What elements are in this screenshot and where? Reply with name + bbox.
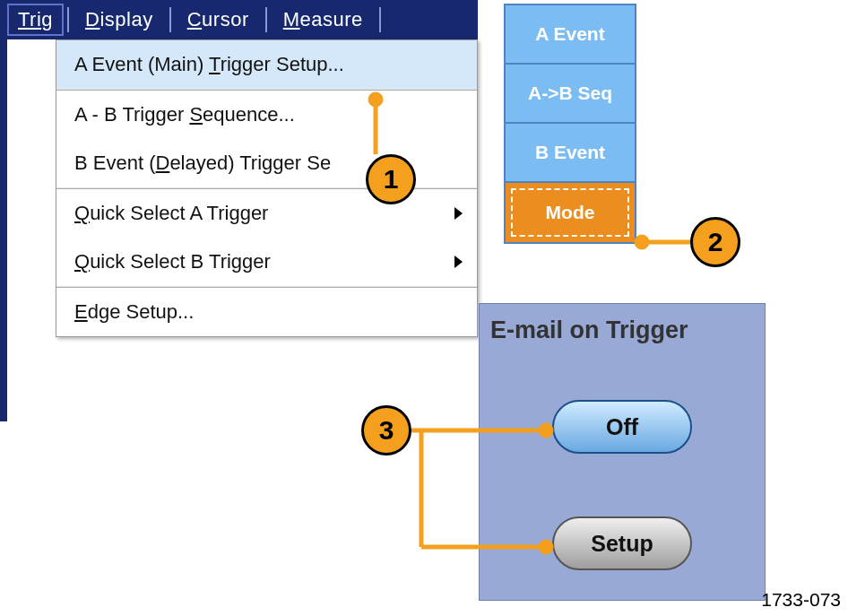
callout-number: 1 bbox=[384, 164, 399, 195]
dropdown-item-label: Quick Select B Trigger bbox=[74, 250, 271, 273]
dropdown-item-a-event-setup[interactable]: A Event (Main) Trigger Setup... bbox=[56, 40, 477, 89]
email-setup-button[interactable]: Setup bbox=[552, 516, 692, 570]
email-on-trigger-panel: E-mail on Trigger Off Setup bbox=[479, 303, 766, 601]
dropdown-item-label: A Event (Main) Trigger Setup... bbox=[74, 53, 344, 75]
tab-label: Mode bbox=[546, 202, 595, 223]
callout-number: 3 bbox=[379, 415, 394, 446]
menu-separator bbox=[169, 7, 171, 32]
dropdown-item-quick-b[interactable]: Quick Select B Trigger bbox=[56, 238, 477, 286]
menu-trig-label: Trig bbox=[18, 8, 53, 31]
menu-separator bbox=[67, 7, 69, 32]
svg-point-2 bbox=[635, 235, 649, 249]
figure-label: 1733-073 bbox=[761, 589, 841, 611]
dropdown-item-label: Edge Setup... bbox=[74, 300, 194, 323]
tab-label: A Event bbox=[535, 23, 604, 45]
menu-separator bbox=[379, 7, 381, 32]
button-label: Off bbox=[606, 414, 638, 440]
submenu-arrow-icon bbox=[454, 256, 463, 268]
callout-3: 3 bbox=[361, 405, 411, 455]
menubar: Trig Display Cursor Measure bbox=[0, 0, 478, 39]
menu-display[interactable]: Display bbox=[73, 0, 166, 39]
menu-measure-label: Measure bbox=[283, 8, 363, 31]
menu-cursor-label: Cursor bbox=[187, 8, 249, 31]
dropdown-item-edge-setup[interactable]: Edge Setup... bbox=[56, 288, 477, 336]
callout-number: 2 bbox=[708, 227, 723, 257]
trig-dropdown: A Event (Main) Trigger Setup... A - B Tr… bbox=[56, 39, 478, 337]
tab-a-event[interactable]: A Event bbox=[506, 5, 635, 65]
dropdown-item-label: A - B Trigger Sequence... bbox=[74, 103, 295, 126]
panel-title: E-mail on Trigger bbox=[480, 304, 765, 344]
trigger-tabstrip: A Event A->B Seq B Event Mode bbox=[504, 4, 636, 244]
button-label: Setup bbox=[591, 531, 653, 557]
dropdown-item-ab-sequence[interactable]: A - B Trigger Sequence... bbox=[56, 91, 477, 139]
menu-cursor[interactable]: Cursor bbox=[175, 0, 262, 39]
dropdown-item-quick-a[interactable]: Quick Select A Trigger bbox=[56, 189, 477, 238]
tab-b-event[interactable]: B Event bbox=[506, 124, 635, 183]
tab-label: A->B Seq bbox=[528, 82, 612, 104]
email-off-button[interactable]: Off bbox=[552, 400, 692, 454]
tab-ab-seq[interactable]: A->B Seq bbox=[506, 65, 635, 124]
callout-1: 1 bbox=[366, 154, 416, 204]
submenu-arrow-icon bbox=[454, 207, 463, 220]
callout-2: 2 bbox=[690, 217, 740, 267]
menu-separator bbox=[265, 7, 267, 32]
tab-mode[interactable]: Mode bbox=[506, 183, 635, 242]
dropdown-item-label: B Event (Delayed) Trigger Se bbox=[74, 152, 331, 174]
tab-label: B Event bbox=[535, 142, 605, 163]
menu-display-label: Display bbox=[85, 8, 153, 31]
menu-measure[interactable]: Measure bbox=[271, 0, 376, 39]
menu-trig[interactable]: Trig bbox=[7, 4, 64, 36]
dropdown-item-label: Quick Select A Trigger bbox=[74, 202, 268, 224]
